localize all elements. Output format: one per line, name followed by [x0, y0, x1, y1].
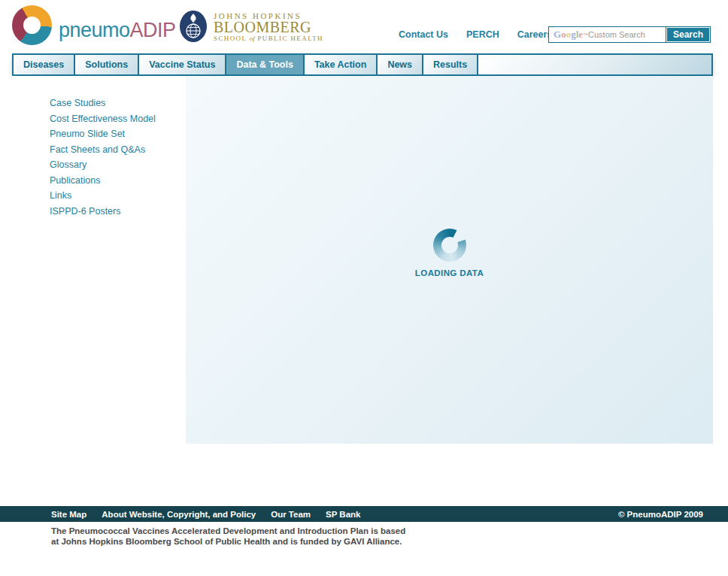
sidebar: Case StudiesCost Effectiveness ModelPneu… [12, 76, 186, 444]
loading-spinner-icon [433, 229, 466, 262]
sidebar-item-fact-sheets-and-q-as[interactable]: Fact Sheets and Q&As [12, 145, 186, 161]
nav-tab-vaccine-status[interactable]: Vaccine Status [139, 55, 225, 74]
logo-text-adip: ADIP [130, 19, 176, 41]
header: pneumoADIP JOHNS HOPKINS BLOOMBERG SCHOO… [0, 0, 728, 53]
nav-tab-data-tools[interactable]: Data & Tools [226, 55, 302, 74]
footer-description: The Pneumococcal Vaccines Accelerated De… [51, 526, 405, 547]
loading-label: LOADING DATA [186, 268, 713, 277]
content-area: Case StudiesCost Effectiveness ModelPneu… [12, 76, 713, 444]
header-link-perch[interactable]: PERCH [466, 29, 499, 40]
nav-filler [478, 55, 711, 74]
nav-tab-news[interactable]: News [378, 55, 422, 74]
pneumoadip-ring-icon [12, 5, 52, 45]
nav-tab-solutions[interactable]: Solutions [75, 55, 138, 74]
pneumoadip-wordmark: pneumoADIP [59, 20, 176, 45]
sidebar-item-isppd-6-posters[interactable]: ISPPD-6 Posters [12, 207, 186, 223]
johns-hopkins-logo[interactable]: JOHNS HOPKINS BLOOMBERG SCHOOL of PUBLIC… [178, 10, 323, 43]
footer-links: Site MapAbout Website, Copyright, and Po… [51, 510, 360, 519]
jhu-line3-post: PUBLIC HEALTH [255, 35, 323, 42]
sidebar-item-cost-effectiveness-model[interactable]: Cost Effectiveness Model [12, 114, 186, 130]
nav-tab-diseases[interactable]: Diseases [14, 55, 74, 74]
copyright-text: © PneumoADIP 2009 [618, 510, 703, 519]
header-link-contact-us[interactable]: Contact Us [399, 29, 448, 40]
sidebar-item-links[interactable]: Links [12, 191, 186, 207]
jhu-line3-of: of [250, 35, 255, 42]
jhu-line2: BLOOMBERG [214, 20, 323, 35]
footer-description-line2: at Johns Hopkins Bloomberg School of Pub… [51, 536, 405, 547]
jhu-line3-pre: SCHOOL [214, 35, 250, 42]
sidebar-item-case-studies[interactable]: Case Studies [12, 99, 186, 114]
main-navigation: DiseasesSolutionsVaccine StatusData & To… [12, 53, 713, 76]
jhu-shield-icon [178, 10, 208, 43]
google-watermark-icon: Google [554, 29, 583, 41]
footer-bar: Site MapAbout Website, Copyright, and Po… [0, 506, 728, 522]
sidebar-item-glossary[interactable]: Glossary [12, 160, 186, 176]
jhu-wordmark: JOHNS HOPKINS BLOOMBERG SCHOOL of PUBLIC… [214, 11, 323, 42]
footer-description-line1: The Pneumococcal Vaccines Accelerated De… [51, 526, 405, 536]
sidebar-item-publications[interactable]: Publications [12, 176, 186, 192]
nav-tab-take-action[interactable]: Take Action [305, 55, 376, 74]
search-placeholder: Custom Search [588, 30, 645, 39]
header-links: Contact UsPERCHCareers [399, 29, 552, 40]
search-button[interactable]: Search [666, 27, 710, 42]
footer-link-our-team[interactable]: Our Team [271, 510, 311, 519]
pneumoadip-logo[interactable]: pneumoADIP [12, 5, 176, 45]
sidebar-item-pneumo-slide-set[interactable]: Pneumo Slide Set [12, 129, 186, 145]
footer-link-sp-bank[interactable]: SP Bank [326, 510, 360, 519]
search-box: Google™ Custom Search Search [548, 26, 711, 43]
main-panel: LOADING DATA [186, 76, 713, 444]
footer-link-about-website-copyright-and-policy[interactable]: About Website, Copyright, and Policy [102, 510, 256, 519]
footer-link-site-map[interactable]: Site Map [51, 510, 86, 519]
google-trademark: ™ [583, 32, 588, 38]
logo-text-pneumo: pneumo [59, 19, 130, 41]
search-input[interactable]: Google™ Custom Search [549, 27, 666, 42]
jhu-line3: SCHOOL of PUBLIC HEALTH [214, 35, 323, 42]
nav-tabs: DiseasesSolutionsVaccine StatusData & To… [14, 55, 478, 74]
header-link-careers[interactable]: Careers [517, 29, 553, 40]
nav-tab-results[interactable]: Results [423, 55, 477, 74]
